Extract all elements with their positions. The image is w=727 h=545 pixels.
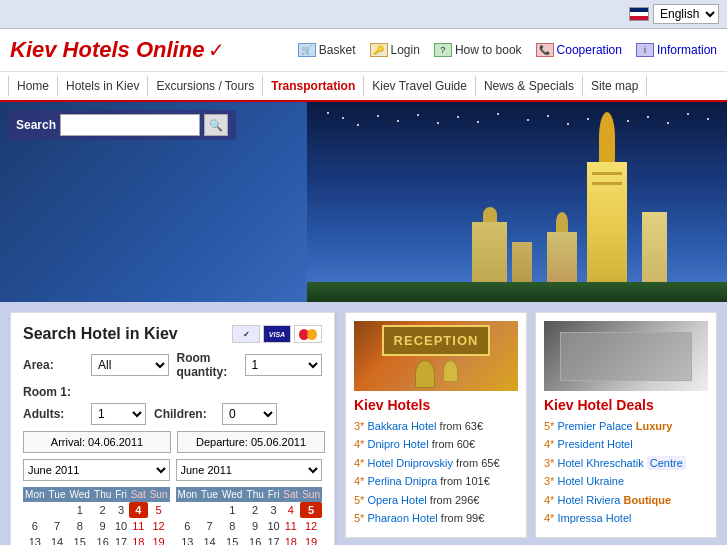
room-qty-select[interactable]: 1 (245, 354, 323, 376)
howto-label: How to book (455, 43, 522, 57)
table-row[interactable]: 13 (23, 534, 47, 545)
table-row[interactable]: 3 (266, 502, 282, 518)
nav-bar: Home Hotels in Kiev Excursions / Tours T… (0, 72, 727, 102)
search-button[interactable]: 🔍 (204, 114, 228, 136)
search-input[interactable] (60, 114, 200, 136)
cal2-today[interactable]: 5 (300, 502, 322, 518)
cooperation-icon: 📞 (536, 43, 554, 57)
list-item[interactable]: 5* Premier Palace Luxury (544, 419, 708, 434)
table-row[interactable]: 15 (67, 534, 92, 545)
nav-hotels[interactable]: Hotels in Kiev (58, 76, 148, 96)
table-row[interactable]: 8 (67, 518, 92, 534)
table-row[interactable]: 12 (148, 518, 170, 534)
cal2-tue: Tue (199, 487, 220, 502)
children-select[interactable]: 0 (222, 403, 277, 425)
nav-guide[interactable]: Kiev Travel Guide (364, 76, 476, 96)
visa-icon: VISA (263, 325, 291, 343)
cal2-sun: Sun (300, 487, 322, 502)
cal1-wed: Wed (67, 487, 92, 502)
table-row[interactable]: 7 (47, 518, 68, 534)
calendars: Mon Tue Wed Thu Fri Sat Sun 1 2 3 (23, 487, 322, 545)
nav-sitemap[interactable]: Site map (583, 76, 647, 96)
list-item[interactable]: 4* Hotel Dniprovskiy from 65€ (354, 456, 518, 471)
table-row[interactable]: 2 (92, 502, 113, 518)
payment-icons: ✓ VISA (232, 325, 322, 343)
list-item[interactable]: 4* Perlina Dnipra from 101€ (354, 474, 518, 489)
table-row[interactable]: 16 (245, 534, 266, 545)
table-row[interactable]: 14 (47, 534, 68, 545)
cooperation-label: Cooperation (557, 43, 622, 57)
table-row[interactable]: 19 (148, 534, 170, 545)
site-logo[interactable]: Kiev Hotels Online (10, 37, 204, 63)
adults-select[interactable]: 1 (91, 403, 146, 425)
table-row[interactable]: 17 (266, 534, 282, 545)
deals-card-title: Kiev Hotel Deals (544, 397, 708, 413)
date-row (23, 431, 322, 453)
table-row[interactable]: 9 (245, 518, 266, 534)
table-row[interactable]: 18 (281, 534, 300, 545)
list-item[interactable]: 4* Dnipro Hotel from 60€ (354, 437, 518, 452)
nav-news[interactable]: News & Specials (476, 76, 583, 96)
list-item[interactable]: 3* Bakkara Hotel from 63€ (354, 419, 518, 434)
language-selector[interactable]: English (629, 4, 719, 24)
cal1-empty (47, 502, 68, 518)
panel-title: Search Hotel in Kiev ✓ VISA (23, 325, 322, 343)
nav-transportation[interactable]: Transportation (263, 76, 364, 96)
table-row[interactable]: 16 (92, 534, 113, 545)
month2-select[interactable]: June 2011 (176, 459, 323, 481)
hero-banner: Search 🔍 (0, 102, 727, 302)
list-item[interactable]: 4* Impressa Hotel (544, 511, 708, 526)
table-row[interactable]: 10 (113, 518, 129, 534)
cal1-today[interactable]: 4 (129, 502, 148, 518)
cal1-empty (23, 502, 47, 518)
room-qty-label: Room quantity: (177, 351, 237, 379)
list-item[interactable]: 5* Pharaon Hotel from 99€ (354, 511, 518, 526)
nav-excursions[interactable]: Excursions / Tours (148, 76, 263, 96)
information-link[interactable]: i Information (636, 43, 717, 57)
adults-row: Adults: 1 Children: 0 (23, 403, 322, 425)
reception-image: RECEPTION (354, 321, 518, 391)
table-row[interactable]: 10 (266, 518, 282, 534)
table-row[interactable]: 11 (129, 518, 148, 534)
table-row[interactable]: 2 (245, 502, 266, 518)
table-row[interactable]: 18 (129, 534, 148, 545)
table-row[interactable]: 14 (199, 534, 220, 545)
calendar2: Mon Tue Wed Thu Fri Sat Sun 1 2 3 (176, 487, 323, 545)
search-bar: Search 🔍 (8, 110, 236, 140)
cal2-fri: Fri (266, 487, 282, 502)
howto-link[interactable]: ? How to book (434, 43, 522, 57)
departure-input[interactable] (177, 431, 325, 453)
table-row[interactable]: 17 (113, 534, 129, 545)
month1-select[interactable]: June 2011 (23, 459, 170, 481)
table-row[interactable]: 6 (23, 518, 47, 534)
table-row[interactable]: 5 (148, 502, 170, 518)
table-row[interactable]: 4 (281, 502, 300, 518)
list-item[interactable]: 3* Hotel Ukraine (544, 474, 708, 489)
table-row[interactable]: 8 (220, 518, 245, 534)
list-item[interactable]: 5* Opera Hotel from 296€ (354, 493, 518, 508)
howto-icon: ? (434, 43, 452, 57)
basket-link[interactable]: 🛒 Basket (298, 43, 356, 57)
table-row[interactable]: 15 (220, 534, 245, 545)
table-row[interactable]: 12 (300, 518, 322, 534)
area-select[interactable]: All (91, 354, 169, 376)
list-item[interactable]: 3* Hotel Khreschatik Centre (544, 456, 708, 471)
cal2-sat: Sat (281, 487, 300, 502)
table-row[interactable]: 13 (176, 534, 200, 545)
language-dropdown[interactable]: English (653, 4, 719, 24)
login-link[interactable]: 🔑 Login (370, 43, 420, 57)
booking-panel: Search Hotel in Kiev ✓ VISA Area: All Ro… (10, 312, 335, 545)
table-row[interactable]: 9 (92, 518, 113, 534)
table-row[interactable]: 7 (199, 518, 220, 534)
nav-home[interactable]: Home (8, 76, 58, 96)
list-item[interactable]: 4* Hotel Riviera Boutique (544, 493, 708, 508)
table-row[interactable]: 19 (300, 534, 322, 545)
table-row[interactable]: 6 (176, 518, 200, 534)
table-row[interactable]: 3 (113, 502, 129, 518)
table-row[interactable]: 1 (220, 502, 245, 518)
table-row[interactable]: 1 (67, 502, 92, 518)
cooperation-link[interactable]: 📞 Cooperation (536, 43, 622, 57)
list-item[interactable]: 4* President Hotel (544, 437, 708, 452)
table-row[interactable]: 11 (281, 518, 300, 534)
arrival-input[interactable] (23, 431, 171, 453)
